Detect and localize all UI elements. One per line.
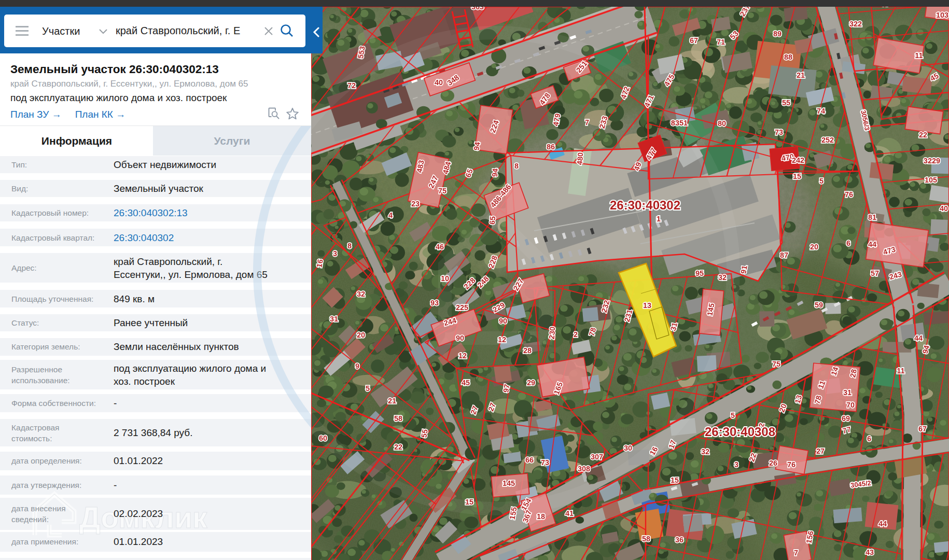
svg-text:15: 15 <box>793 172 801 180</box>
svg-text:59: 59 <box>815 301 823 309</box>
svg-text:242: 242 <box>792 156 804 164</box>
svg-text:21: 21 <box>388 397 396 405</box>
svg-text:23: 23 <box>411 200 420 208</box>
svg-text:44: 44 <box>878 520 887 528</box>
svg-text:40: 40 <box>940 204 948 213</box>
svg-text:75: 75 <box>438 187 446 195</box>
svg-text:32: 32 <box>718 273 727 282</box>
svg-text:31: 31 <box>843 388 852 397</box>
svg-text:40: 40 <box>435 78 443 87</box>
svg-text:30: 30 <box>624 444 632 452</box>
svg-text:88: 88 <box>784 53 792 61</box>
svg-text:103: 103 <box>936 11 948 19</box>
svg-text:58: 58 <box>642 535 650 543</box>
svg-text:44: 44 <box>868 240 876 248</box>
svg-text:31: 31 <box>330 315 338 323</box>
svg-text:91: 91 <box>739 265 749 275</box>
svg-text:67: 67 <box>918 425 927 433</box>
svg-text:93: 93 <box>430 299 439 307</box>
svg-text:18: 18 <box>537 512 545 521</box>
svg-text:36: 36 <box>675 536 683 544</box>
svg-text:73: 73 <box>775 128 783 136</box>
svg-text:97: 97 <box>501 384 511 394</box>
svg-text:26:30:40308: 26:30:40308 <box>705 425 775 439</box>
svg-text:43: 43 <box>866 548 874 556</box>
svg-text:3: 3 <box>734 460 738 469</box>
svg-text:60: 60 <box>319 434 327 442</box>
svg-text:76: 76 <box>845 190 853 199</box>
svg-text:6: 6 <box>867 435 871 443</box>
svg-text:94: 94 <box>491 168 499 177</box>
svg-text:73: 73 <box>541 458 549 467</box>
svg-text:87: 87 <box>780 251 788 259</box>
svg-text:15: 15 <box>671 476 679 484</box>
svg-text:80: 80 <box>718 119 726 128</box>
svg-text:8: 8 <box>514 162 519 170</box>
svg-text:11: 11 <box>897 367 904 375</box>
svg-text:308: 308 <box>578 465 590 473</box>
svg-text:6: 6 <box>846 239 850 247</box>
svg-text:5: 5 <box>731 411 735 419</box>
svg-text:8: 8 <box>347 242 352 250</box>
svg-text:12: 12 <box>498 335 506 344</box>
svg-text:230: 230 <box>547 326 556 340</box>
svg-text:252: 252 <box>821 136 834 144</box>
svg-text:45: 45 <box>462 379 470 387</box>
svg-text:28: 28 <box>523 346 532 355</box>
svg-text:480: 480 <box>575 152 584 165</box>
svg-text:86: 86 <box>547 143 555 151</box>
svg-text:75: 75 <box>772 360 780 368</box>
svg-text:7: 7 <box>585 118 589 127</box>
svg-text:22: 22 <box>919 131 927 139</box>
svg-text:76: 76 <box>787 460 796 469</box>
svg-text:26:30:40302: 26:30:40302 <box>610 198 680 212</box>
svg-text:28: 28 <box>848 369 858 379</box>
svg-text:322: 322 <box>849 20 862 28</box>
svg-text:105: 105 <box>925 176 937 184</box>
svg-text:69: 69 <box>842 414 850 423</box>
svg-text:20: 20 <box>810 243 818 251</box>
svg-text:90: 90 <box>499 317 507 325</box>
svg-text:5: 5 <box>366 384 370 393</box>
svg-text:16: 16 <box>315 259 325 269</box>
svg-text:9: 9 <box>355 362 359 370</box>
svg-text:71: 71 <box>717 38 725 46</box>
svg-text:10: 10 <box>441 274 449 283</box>
svg-text:4: 4 <box>388 211 393 219</box>
svg-text:8351: 8351 <box>671 119 688 127</box>
svg-text:307: 307 <box>591 453 603 461</box>
svg-text:81: 81 <box>868 213 876 221</box>
svg-text:7: 7 <box>794 549 798 557</box>
svg-text:65: 65 <box>488 216 497 225</box>
svg-text:32: 32 <box>701 447 709 456</box>
svg-text:20: 20 <box>357 331 365 339</box>
svg-text:26: 26 <box>769 459 777 467</box>
svg-text:2: 2 <box>574 330 578 339</box>
svg-text:46: 46 <box>436 243 444 251</box>
svg-text:57: 57 <box>871 269 879 277</box>
svg-text:15: 15 <box>465 498 473 506</box>
svg-text:22: 22 <box>394 443 402 451</box>
svg-text:225: 225 <box>456 303 468 312</box>
svg-text:145: 145 <box>503 479 515 487</box>
svg-text:3: 3 <box>333 249 337 258</box>
svg-text:27: 27 <box>816 447 825 455</box>
svg-text:55: 55 <box>782 99 790 107</box>
svg-text:13: 13 <box>643 301 651 310</box>
svg-text:89: 89 <box>773 30 781 38</box>
svg-text:3229: 3229 <box>924 157 940 165</box>
svg-text:95: 95 <box>695 269 704 277</box>
svg-text:90: 90 <box>456 334 464 342</box>
svg-text:41: 41 <box>565 509 574 517</box>
svg-text:67: 67 <box>690 36 698 45</box>
svg-text:5: 5 <box>819 177 824 185</box>
svg-text:72: 72 <box>347 81 356 90</box>
svg-text:1: 1 <box>657 214 661 223</box>
svg-text:29: 29 <box>527 379 535 387</box>
svg-text:11: 11 <box>915 51 923 60</box>
svg-text:21: 21 <box>797 71 805 79</box>
svg-text:66: 66 <box>525 456 534 464</box>
svg-text:12: 12 <box>458 352 467 360</box>
svg-text:58: 58 <box>394 414 402 423</box>
svg-text:55: 55 <box>420 429 429 439</box>
